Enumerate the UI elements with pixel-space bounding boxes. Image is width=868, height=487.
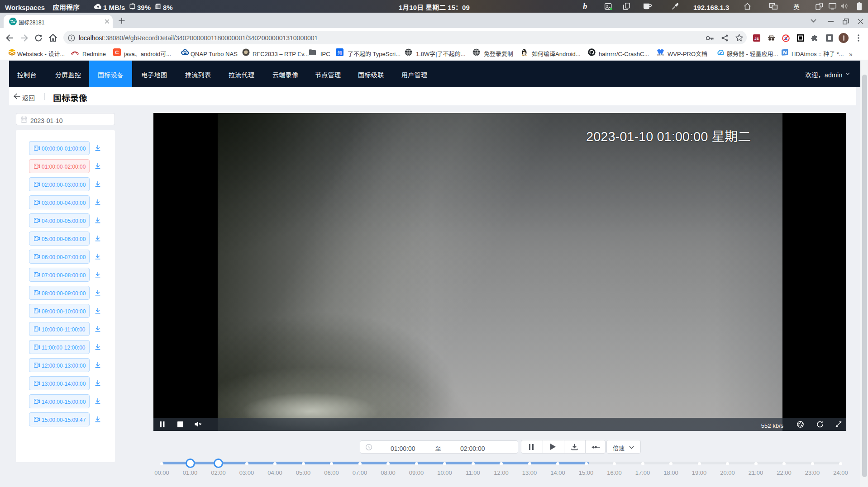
svg-text:WVP-PRO: WVP-PRO: [657, 54, 664, 56]
svg-text:知: 知: [338, 49, 342, 56]
svg-text:C: C: [115, 50, 119, 55]
